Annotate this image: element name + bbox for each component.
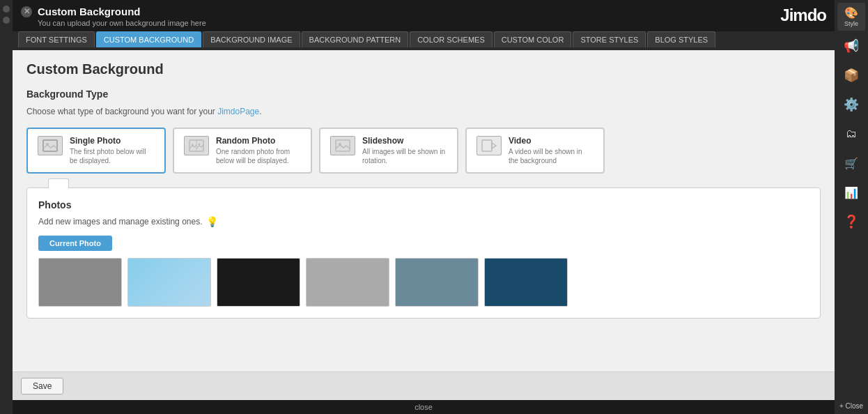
video-icon xyxy=(476,136,502,155)
content-area: Custom Background Background Type Choose… xyxy=(13,50,835,371)
style-icon: 🎨 xyxy=(844,6,858,20)
sidebar-icon-cart[interactable]: 🛒 xyxy=(837,149,865,177)
save-button[interactable]: Save xyxy=(21,378,63,394)
random-photo-name: Random Photo xyxy=(216,136,301,146)
close-bar: close xyxy=(13,400,835,414)
edge-dot xyxy=(3,6,10,13)
app-title: Custom Background xyxy=(38,6,141,17)
svg-marker-9 xyxy=(492,143,496,148)
background-type-title: Background Type xyxy=(26,89,821,100)
tab-custom-color[interactable]: CUSTOM COLOR xyxy=(494,31,572,47)
photo-row xyxy=(38,258,809,307)
tab-store-styles[interactable]: STORE STYLES xyxy=(573,31,646,47)
video-name: Video xyxy=(509,136,594,146)
svg-rect-8 xyxy=(482,140,492,151)
gear-icon: ⚙️ xyxy=(844,97,859,112)
type-card-video[interactable]: Video A video will be shown in the backg… xyxy=(465,128,605,174)
svg-rect-0 xyxy=(43,140,57,151)
random-photo-icon xyxy=(184,136,209,155)
photos-title: Photos xyxy=(38,199,809,210)
type-card-slideshow[interactable]: Slideshow All images will be shown in ro… xyxy=(319,128,458,174)
single-photo-icon xyxy=(38,136,63,155)
tab-background-pattern[interactable]: BACKGROUND PATTERN xyxy=(302,31,409,47)
description-text: Choose what type of background you want … xyxy=(26,107,821,116)
tab-font-settings[interactable]: FONT SETTINGS xyxy=(18,31,95,47)
left-edge xyxy=(0,0,13,414)
tab-blog-styles[interactable]: BLOG STYLES xyxy=(647,31,715,47)
photos-description: Add new images and manage existing ones.… xyxy=(38,216,809,227)
right-sidebar: 🎨 Style 📢 📦 ⚙️ 🗂 🛒 📊 ❓ + Close xyxy=(835,0,868,414)
box-icon: 📦 xyxy=(844,68,859,83)
tab-background-image[interactable]: BACKGROUND IMAGE xyxy=(203,31,300,47)
top-header: ✕ Custom Background You can upload your … xyxy=(13,0,835,31)
slideshow-name: Slideshow xyxy=(362,136,447,146)
svg-rect-6 xyxy=(336,140,350,151)
slideshow-desc: All images will be shown in rotation. xyxy=(362,147,447,165)
single-photo-name: Single Photo xyxy=(70,136,155,146)
sidebar-icon-gear[interactable]: ⚙️ xyxy=(837,91,865,118)
random-photo-desc: One random photo from below will be disp… xyxy=(216,147,301,165)
table-icon: 🗂 xyxy=(846,128,857,140)
sidebar-icon-chart[interactable]: 📊 xyxy=(837,178,865,206)
photo-thumb-1[interactable] xyxy=(38,258,122,307)
style-label: Style xyxy=(844,20,858,27)
sidebar-icon-help[interactable]: ❓ xyxy=(837,208,865,236)
slideshow-text: Slideshow All images will be shown in ro… xyxy=(362,136,447,165)
type-card-random-photo[interactable]: Random Photo One random photo from below… xyxy=(173,128,312,174)
cart-icon: 🛒 xyxy=(844,157,858,170)
help-icon: ❓ xyxy=(844,214,859,229)
video-desc: A video will be shown in the background xyxy=(509,147,594,165)
app-subtitle: You can upload your own background image… xyxy=(38,19,206,27)
type-cards: Single Photo The first photo below will … xyxy=(26,128,821,174)
header-title: ✕ Custom Background xyxy=(21,6,206,17)
random-photo-text: Random Photo One random photo from below… xyxy=(216,136,301,165)
photo-thumb-4[interactable] xyxy=(306,258,389,307)
close-sidebar-button[interactable]: + Close xyxy=(835,398,868,414)
sidebar-icon-style[interactable]: 🎨 Style xyxy=(837,3,865,31)
header-left: ✕ Custom Background You can upload your … xyxy=(21,6,206,27)
video-text: Video A video will be shown in the backg… xyxy=(509,136,594,165)
photo-thumb-2[interactable] xyxy=(127,258,211,307)
bulb-icon: 💡 xyxy=(206,216,218,227)
main-panel: ✕ Custom Background You can upload your … xyxy=(13,0,835,414)
jimdo-logo: Jimdo xyxy=(780,6,826,25)
tab-color-schemes[interactable]: COLOR SCHEMES xyxy=(410,31,493,47)
chart-icon: 📊 xyxy=(844,186,858,199)
photo-thumb-5[interactable] xyxy=(395,258,479,307)
jimdopage-link[interactable]: JimdoPage xyxy=(217,107,259,116)
photos-desc-text: Add new images and manage existing ones. xyxy=(38,217,202,227)
megaphone-icon: 📢 xyxy=(844,38,859,54)
photos-section: Photos Add new images and manage existin… xyxy=(26,187,821,319)
tab-custom-background[interactable]: CUSTOM BACKGROUND xyxy=(96,31,201,47)
sidebar-icon-megaphone[interactable]: 📢 xyxy=(837,32,865,60)
slideshow-icon xyxy=(330,136,355,155)
tab-nav: FONT SETTINGS CUSTOM BACKGROUND BACKGROU… xyxy=(13,31,835,50)
close-bar-label[interactable]: close xyxy=(414,403,433,411)
page-title: Custom Background xyxy=(26,61,821,77)
current-photo-button[interactable]: Current Photo xyxy=(38,236,112,251)
photo-thumb-6[interactable] xyxy=(484,258,568,307)
single-photo-text: Single Photo The first photo below will … xyxy=(70,136,155,165)
section-tab xyxy=(48,178,69,188)
close-circle-btn[interactable]: ✕ xyxy=(21,6,32,17)
sidebar-icon-table[interactable]: 🗂 xyxy=(837,120,865,148)
bottom-bar: Save xyxy=(13,371,835,400)
photo-thumb-3[interactable] xyxy=(217,258,300,307)
type-card-single-photo[interactable]: Single Photo The first photo below will … xyxy=(26,128,166,174)
edge-dot xyxy=(3,17,10,24)
sidebar-icon-box[interactable]: 📦 xyxy=(837,61,865,89)
svg-point-5 xyxy=(199,144,201,146)
single-photo-desc: The first photo below will be displayed. xyxy=(70,147,155,165)
